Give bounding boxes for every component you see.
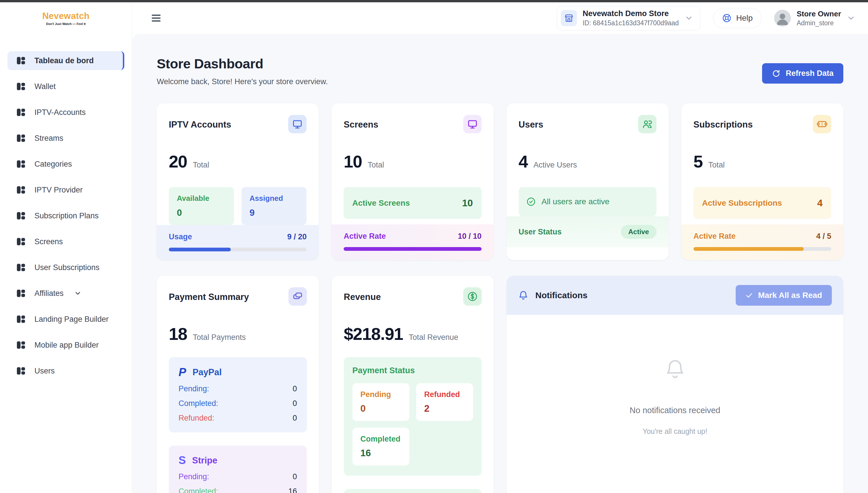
- mark-all-read-label: Mark All as Read: [758, 291, 822, 300]
- active-rate-footer: Active Rate 10 / 10: [332, 224, 494, 260]
- stripe-icon: S: [179, 454, 186, 467]
- logo: Nevewatch Don't Just Watch — Feel It: [0, 2, 132, 34]
- sidebar: Nevewatch Don't Just Watch — Feel It Tab…: [0, 2, 132, 493]
- sidebar-item-users[interactable]: Users: [7, 361, 124, 380]
- dashboard-icon: [16, 133, 26, 143]
- dashboard-icon: [16, 237, 26, 246]
- completed-status-card: Completed 16: [352, 428, 409, 466]
- sidebar-item-label: Mobile app Builder: [35, 341, 99, 350]
- row-label: Refunded:: [179, 414, 214, 423]
- sidebar-item-label: Streams: [35, 134, 64, 143]
- paypal-refunded-row: Refunded: 0: [179, 414, 297, 423]
- subscriptions-progress-track: [693, 247, 831, 251]
- users-card: Users 4 Active Users All users are activ…: [507, 103, 668, 260]
- top-bar: Nevewatch Demo Store ID: 68415a1c163d347…: [132, 2, 868, 34]
- payment-summary-card: Payment Summary 18 Total Payments P: [157, 276, 319, 493]
- sidebar-item-label: Subscription Plans: [35, 211, 99, 220]
- subscriptions-progress-fill: [693, 247, 804, 251]
- sidebar-item-categories[interactable]: Categories: [7, 154, 124, 173]
- dashboard-content: Store Dashboard Welcome back, Store! Her…: [132, 34, 868, 493]
- logo-name: Nevewatch: [42, 11, 90, 21]
- usage-progress-fill: [169, 248, 231, 251]
- sidebar-item-iptv-provider[interactable]: IPTV Provider: [7, 180, 124, 199]
- page-title: Store Dashboard: [157, 56, 328, 71]
- mark-all-read-button[interactable]: Mark All as Read: [736, 285, 832, 306]
- stripe-pending-row: Pending: 0: [179, 472, 297, 481]
- screens-card: Screens 10 Total Active Screens 10: [332, 103, 494, 260]
- status-label: Completed: [361, 435, 401, 444]
- user-menu[interactable]: Store Owner Admin_store: [774, 9, 855, 27]
- payment-status-box: Payment Status Pending 0 Refunded 2: [344, 357, 482, 476]
- sidebar-item-streams[interactable]: Streams: [7, 129, 124, 148]
- total-label: Total: [368, 160, 384, 170]
- sidebar-item-label: Landing Page Builder: [35, 315, 109, 324]
- paypal-icon: P: [179, 366, 186, 379]
- person-icon: [774, 10, 791, 26]
- store-selector[interactable]: Nevewatch Demo Store ID: 68415a1c163d347…: [557, 6, 700, 30]
- users-icon: [638, 115, 657, 133]
- menu-icon[interactable]: [151, 12, 162, 24]
- row-label: Pending:: [179, 472, 209, 481]
- check-icon: [746, 292, 753, 299]
- card-title: IPTV Accounts: [169, 120, 231, 130]
- dashboard-icon: [16, 56, 26, 65]
- total-label: Active Users: [533, 160, 577, 170]
- sidebar-item-label: IPTV Provider: [35, 186, 83, 194]
- revenue-card: Revenue $218.91 Total Revenue Payment St…: [332, 276, 494, 493]
- row-label: Completed:: [179, 399, 218, 408]
- sidebar-item-affiliates[interactable]: Affiliates: [7, 284, 124, 303]
- notifications-title: Notifications: [535, 291, 588, 300]
- total-value: 4: [519, 152, 528, 172]
- storefront-icon: [561, 10, 577, 26]
- status-value: 0: [361, 403, 401, 414]
- empty-state-title: No notifications received: [630, 406, 721, 415]
- sidebar-item-wallet[interactable]: Wallet: [7, 77, 124, 96]
- dashboard-icon: [16, 159, 26, 169]
- total-value: 20: [169, 152, 187, 172]
- help-button[interactable]: Help: [713, 8, 762, 28]
- sidebar-item-landing-page-builder[interactable]: Landing Page Builder: [7, 310, 124, 329]
- card-title: Revenue: [344, 292, 381, 302]
- status-value: 16: [361, 448, 401, 458]
- iptv-accounts-card: IPTV Accounts 20 Total Available: [157, 103, 319, 260]
- notifications-panel: Notifications Mark All as Read No notifi…: [507, 276, 843, 493]
- sidebar-item-screens[interactable]: Screens: [7, 232, 124, 251]
- logo-tagline: Don't Just Watch — Feel It: [46, 22, 86, 26]
- sidebar-item-dashboard[interactable]: Tableau de bord: [7, 51, 124, 70]
- provider-name: PayPal: [192, 367, 222, 378]
- user-role: Store Owner: [797, 9, 841, 18]
- ticket-icon: [813, 115, 831, 133]
- life-buoy-icon: [722, 13, 732, 23]
- avatar: [774, 10, 791, 26]
- refunded-status-card: Refunded 2: [416, 383, 473, 421]
- stripe-summary-box: S Stripe Pending: 0 Completed: 16: [169, 446, 307, 493]
- available-label: Available: [177, 194, 226, 203]
- sidebar-item-label: Categories: [35, 160, 72, 169]
- sidebar-item-label: User Subscriptions: [35, 263, 99, 272]
- sidebar-item-subscription-plans[interactable]: Subscription Plans: [7, 206, 124, 225]
- status-label: Refunded: [424, 390, 465, 399]
- check-circle-icon: [526, 197, 536, 207]
- total-label: Total Revenue: [409, 333, 458, 342]
- available-box: Available 0: [169, 187, 234, 225]
- dashboard-icon: [16, 314, 26, 324]
- total-value: 10: [344, 152, 362, 172]
- sidebar-item-user-subscriptions[interactable]: User Subscriptions: [7, 258, 124, 277]
- active-rate-label: Active Rate: [344, 232, 386, 241]
- sidebar-item-label: Tableau de bord: [35, 56, 94, 65]
- sidebar-item-mobile-app-builder[interactable]: Mobile app Builder: [7, 336, 124, 355]
- user-username: Admin_store: [797, 19, 841, 27]
- chevron-down-icon: [74, 290, 82, 297]
- sidebar-item-iptv-accounts[interactable]: IPTV-Accounts: [7, 103, 124, 122]
- assigned-value: 9: [249, 208, 298, 218]
- assigned-label: Assigned: [249, 194, 298, 203]
- total-label: Total: [193, 160, 209, 170]
- dashboard-icon: [16, 82, 26, 91]
- monitor-icon: [288, 115, 306, 133]
- row-value: 16: [288, 487, 297, 493]
- monitor-icon: [463, 115, 482, 133]
- total-value: $218.91: [344, 324, 403, 344]
- status-value: 2: [424, 403, 465, 414]
- store-id: ID: 68415a1c163d347f700d9aad: [583, 19, 679, 27]
- refresh-data-button[interactable]: Refresh Data: [762, 63, 843, 84]
